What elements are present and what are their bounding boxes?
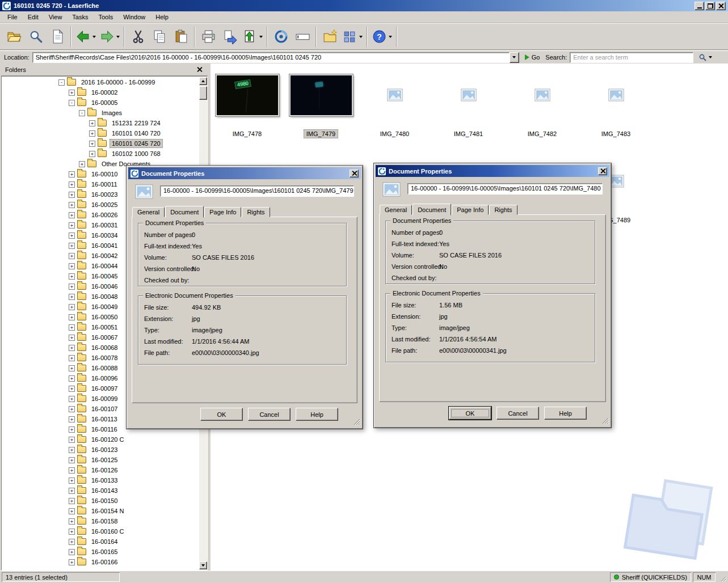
- document-label[interactable]: IMG_7478: [230, 129, 264, 138]
- window-resize-grip[interactable]: [717, 572, 726, 582]
- forward-button[interactable]: [98, 26, 121, 48]
- resize-grip[interactable]: [353, 418, 360, 426]
- expand-icon[interactable]: +: [69, 345, 75, 351]
- expand-icon[interactable]: +: [89, 120, 95, 126]
- document-item[interactable]: IMG_7481: [432, 70, 505, 143]
- tree-item[interactable]: +16-00002: [2, 87, 199, 98]
- tree-item-label[interactable]: 16-00050: [89, 312, 120, 322]
- open-folder-button[interactable]: [3, 26, 25, 48]
- tree-item-label[interactable]: 16-00158: [89, 517, 120, 526]
- expand-icon[interactable]: +: [69, 447, 75, 453]
- collapse-icon[interactable]: -: [79, 110, 85, 116]
- tree-item[interactable]: -2016 16-00000 - 16-00999: [2, 77, 199, 87]
- tree-item-label[interactable]: 16-00160 C: [89, 527, 127, 536]
- dialog-close-button[interactable]: [598, 167, 607, 175]
- tree-item-label[interactable]: 16-00120 C: [89, 435, 127, 444]
- chevron-down-icon[interactable]: [116, 36, 120, 38]
- tree-item-label[interactable]: 16-00088: [89, 364, 120, 373]
- tree-item[interactable]: +16-00120 C: [2, 434, 199, 445]
- tree-item[interactable]: +16-00158: [2, 516, 199, 526]
- expand-icon[interactable]: +: [69, 375, 75, 382]
- expand-icon[interactable]: +: [69, 324, 75, 331]
- tab-rights[interactable]: Rights: [242, 207, 270, 217]
- document-thumbnail[interactable]: [284, 70, 357, 120]
- menu-tools[interactable]: Tools: [93, 12, 118, 22]
- tree-item-label[interactable]: 16-00051: [89, 323, 120, 332]
- tree-item-label[interactable]: 16-00099: [89, 394, 120, 403]
- tree-item-label[interactable]: 16-00078: [89, 353, 120, 362]
- search-input[interactable]: [570, 52, 693, 63]
- document-thumbnail[interactable]: [579, 70, 653, 120]
- tree-item[interactable]: +16-00164: [2, 536, 199, 547]
- tree-item[interactable]: +16-00150: [2, 496, 199, 506]
- scan-button[interactable]: [270, 26, 292, 48]
- document-thumbnail[interactable]: [432, 70, 505, 120]
- tree-item-label[interactable]: 16-00011: [89, 180, 120, 189]
- tree-item[interactable]: +16-00133: [2, 475, 199, 485]
- expand-icon[interactable]: +: [69, 284, 75, 290]
- tree-item-label[interactable]: 16-00097: [89, 384, 120, 393]
- tab-document[interactable]: Document: [413, 204, 451, 216]
- tree-item-label[interactable]: Images: [99, 108, 124, 117]
- tree-item-label[interactable]: 16-00034: [89, 231, 120, 240]
- tree-item-label[interactable]: 16-00041: [89, 241, 120, 250]
- expand-icon[interactable]: +: [69, 416, 75, 423]
- document-item[interactable]: IMG_7480: [358, 70, 431, 143]
- tree-item[interactable]: +16-00143: [2, 485, 199, 496]
- field-button[interactable]: [292, 26, 313, 48]
- collapse-icon[interactable]: -: [58, 79, 65, 86]
- tree-item-label[interactable]: 16-00045: [89, 272, 120, 281]
- tree-item[interactable]: +16-00154 N: [2, 506, 199, 516]
- expand-icon[interactable]: +: [69, 529, 75, 535]
- expand-icon[interactable]: +: [69, 253, 75, 259]
- expand-icon[interactable]: +: [69, 243, 75, 249]
- tree-item-label[interactable]: 16-00046: [89, 282, 120, 291]
- tab-general[interactable]: General: [380, 205, 412, 215]
- tree-item[interactable]: +160101 0245 720: [2, 138, 199, 149]
- menu-window[interactable]: Window: [118, 12, 150, 22]
- expand-icon[interactable]: +: [69, 498, 75, 504]
- tree-item[interactable]: -Images: [2, 108, 199, 118]
- location-combobox[interactable]: Sheriff\Sheriff\Records\Case Files\2016\…: [32, 52, 519, 63]
- ok-button[interactable]: OK: [449, 407, 491, 420]
- tab-page-info[interactable]: Page Info: [452, 205, 489, 215]
- tree-item-label[interactable]: 16-00126: [89, 466, 120, 475]
- tree-item[interactable]: -16-00005: [2, 98, 199, 108]
- expand-icon[interactable]: +: [69, 171, 75, 178]
- expand-icon[interactable]: +: [69, 294, 75, 300]
- scrollbar-thumb[interactable]: [199, 86, 207, 100]
- document-button[interactable]: [47, 26, 68, 48]
- scroll-down-button[interactable]: [199, 561, 207, 569]
- expand-icon[interactable]: +: [69, 396, 75, 402]
- expand-icon[interactable]: +: [69, 386, 75, 392]
- expand-icon[interactable]: +: [69, 539, 75, 545]
- menu-help[interactable]: Help: [150, 12, 174, 22]
- close-panel-button[interactable]: [195, 66, 204, 74]
- resize-grip[interactable]: [601, 417, 609, 425]
- tree-item-label[interactable]: 16-00002: [89, 88, 120, 97]
- document-label[interactable]: IMG_7481: [451, 129, 486, 138]
- document-item[interactable]: IMG_7482: [506, 70, 579, 143]
- document-label[interactable]: IMG_7480: [377, 129, 412, 138]
- back-button[interactable]: [74, 26, 98, 48]
- tree-item-label[interactable]: 16-00096: [89, 374, 120, 383]
- tree-item-label[interactable]: 160102 1000 768: [110, 149, 163, 158]
- tree-item-label[interactable]: 16-00133: [89, 476, 120, 485]
- close-button[interactable]: [716, 2, 726, 10]
- expand-icon[interactable]: +: [69, 335, 75, 341]
- tree-item-label[interactable]: 16-00165: [89, 547, 120, 556]
- expand-icon[interactable]: +: [69, 181, 75, 188]
- tree-item[interactable]: +16-00125: [2, 455, 199, 465]
- tree-item-label[interactable]: 2016 16-00000 - 16-00999: [79, 78, 157, 87]
- tree-item-label[interactable]: 16-00116: [89, 425, 120, 434]
- tree-item-label[interactable]: 16-00026: [89, 210, 120, 219]
- chevron-down-icon[interactable]: [389, 36, 392, 38]
- expand-icon[interactable]: +: [79, 161, 85, 167]
- minimize-button[interactable]: [695, 2, 704, 10]
- expand-icon[interactable]: +: [69, 508, 75, 514]
- cancel-button[interactable]: Cancel: [248, 408, 291, 421]
- tree-item-label[interactable]: 16-00107: [89, 404, 120, 413]
- tree-item-label[interactable]: 16-00143: [89, 486, 120, 495]
- expand-icon[interactable]: +: [89, 141, 95, 147]
- cut-button[interactable]: [127, 26, 149, 48]
